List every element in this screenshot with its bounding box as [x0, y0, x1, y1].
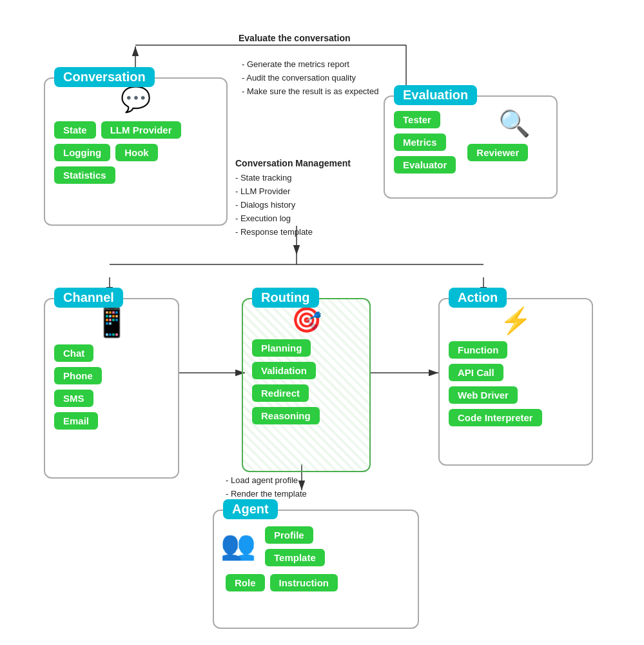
- evaluation-pills: Tester Metrics Evaluator: [391, 108, 458, 176]
- pill-llm-provider: LLM Provider: [101, 121, 181, 139]
- conversation-title: Conversation: [54, 67, 155, 87]
- pill-reviewer: Reviewer: [467, 144, 528, 161]
- channel-box: Channel 📱 Chat Phone SMS Email: [44, 298, 179, 479]
- pill-redirect: Redirect: [252, 384, 309, 402]
- people-icon: 👥: [220, 528, 256, 562]
- channel-pills: Chat Phone SMS Email: [52, 342, 171, 432]
- action-pills: Function API Call Web Driver Code Interp…: [446, 339, 585, 429]
- agent-load-items: - Load agent profile - Render the templa…: [226, 474, 307, 501]
- channel-title: Channel: [54, 288, 123, 308]
- pill-web-driver: Web Driver: [449, 386, 518, 404]
- pill-api-call: API Call: [449, 364, 503, 381]
- pill-code-interpreter: Code Interpreter: [449, 409, 542, 426]
- conversation-pills: State LLM Provider Logging Hook Statisti…: [52, 119, 220, 186]
- agent-pills: Profile Template: [262, 524, 327, 569]
- evaluation-box: Evaluation Tester Metrics Evaluator 🔍 Re…: [384, 95, 558, 199]
- target-icon: 🎯: [249, 306, 363, 334]
- evaluate-items: - Generate the metrics report - Audit th…: [242, 58, 378, 98]
- routing-pills: Planning Validation Redirect Reasoning: [249, 337, 363, 427]
- conversation-box: Conversation 💬 State LLM Provider Loggin…: [44, 77, 228, 226]
- pill-reasoning: Reasoning: [252, 407, 320, 424]
- pill-profile: Profile: [265, 526, 313, 544]
- pill-template: Template: [265, 549, 325, 566]
- pill-hook: Hook: [115, 144, 158, 161]
- pill-sms: SMS: [54, 390, 93, 407]
- routing-box: Routing 🎯 Planning Validation Redirect R…: [242, 298, 371, 472]
- conversation-management: Conversation Management - State tracking…: [235, 156, 351, 239]
- action-box: Action ⚡ Function API Call Web Driver Co…: [438, 298, 593, 466]
- evaluation-title: Evaluation: [394, 85, 477, 105]
- pill-role: Role: [226, 574, 265, 591]
- agent-title: Agent: [223, 499, 278, 519]
- routing-title: Routing: [252, 288, 319, 308]
- pill-instruction: Instruction: [270, 574, 338, 591]
- pill-planning: Planning: [252, 339, 311, 357]
- pill-email: Email: [54, 412, 98, 430]
- search-icon: 🔍: [498, 108, 531, 139]
- action-title: Action: [449, 288, 507, 308]
- pill-statistics: Statistics: [54, 166, 115, 184]
- bolt-icon: ⚡: [446, 306, 585, 336]
- pill-function: Function: [449, 341, 507, 359]
- diagram: Evaluate the conversation - Generate the…: [0, 0, 644, 645]
- agent-box: Agent 👥 Profile Template Role Instructio…: [213, 510, 419, 629]
- whatsapp-icon: 📱: [52, 306, 171, 339]
- evaluate-label: Evaluate the conversation: [239, 31, 351, 46]
- pill-metrics: Metrics: [394, 134, 446, 151]
- pill-phone: Phone: [54, 367, 102, 384]
- pill-logging: Logging: [54, 144, 110, 161]
- pill-chat: Chat: [54, 344, 93, 362]
- pill-tester: Tester: [394, 111, 440, 128]
- pill-validation: Validation: [252, 362, 316, 379]
- pill-state: State: [54, 121, 96, 139]
- chat-icon: 💬: [52, 85, 220, 114]
- pill-evaluator: Evaluator: [394, 156, 456, 174]
